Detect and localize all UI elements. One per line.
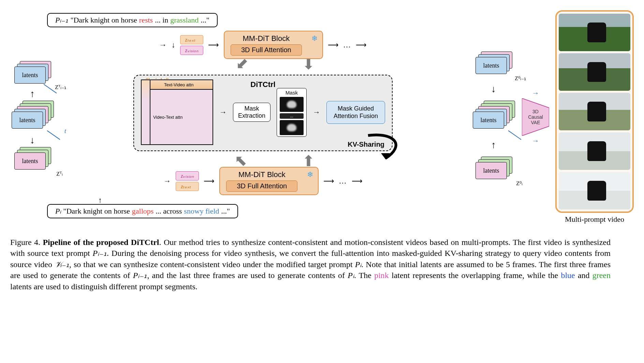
right-arrow-icon: ⟶ xyxy=(323,177,334,186)
up-arrow-icon: ↑ xyxy=(491,140,496,150)
mask-thumb xyxy=(280,120,304,135)
right-arrow-icon: → xyxy=(163,177,171,186)
mmdit-inner: 3D Full Attention xyxy=(226,180,297,192)
vae-shape: 3D Causal VAE xyxy=(522,98,549,136)
latent-stack-bot-right: latents Z⁰ᵢ xyxy=(475,157,512,183)
z-label-top-right: Z⁰ᵢ₋₁ xyxy=(515,75,526,82)
svg-marker-0 xyxy=(381,153,390,159)
right-arrow-icon: → xyxy=(219,108,227,117)
center-column: Pᵢ₋₁ "Dark knight on horse rests ... in … xyxy=(61,13,465,221)
down-arrow-icon: ↓ xyxy=(172,41,175,49)
latent-stack-bot-left: latents Zᵀᵢ xyxy=(14,147,51,173)
down-arrow-icon: ↓ xyxy=(30,135,35,145)
left-latents-column: latents Zᵀᵢ₋₁ ↑ latents t ↓ latents Zᵀᵢ xyxy=(10,61,55,173)
mmdit-block-top: ❄ MM-DiT Block 3D Full Attention xyxy=(224,31,323,59)
video-frame xyxy=(559,172,630,209)
right-arrow-icon: → xyxy=(159,41,167,49)
text-video-attn-label: Text-Video attn xyxy=(150,80,213,89)
right-arrow-icon: ⟶ xyxy=(352,177,363,186)
video-strip xyxy=(555,10,634,213)
right-arrow-icon: → xyxy=(313,108,320,117)
video-text-attn-label: Video-Text attn xyxy=(150,89,213,145)
down-arrow-icon: ↓ xyxy=(491,84,496,94)
prompt-tag: Pᵢ xyxy=(55,207,61,216)
mask-label: Mask xyxy=(286,90,298,96)
prompt-word-grassland: grassland xyxy=(170,16,199,25)
figure-diagram: latents Zᵀᵢ₋₁ ↑ latents t ↓ latents Zᵀᵢ xyxy=(10,10,634,224)
caption-pink: pink xyxy=(374,271,389,280)
output-column: Multi-prompt video xyxy=(555,10,634,224)
prompt-word-gallops: gallops xyxy=(132,207,154,216)
prompt-tag: Pᵢ₋₁ xyxy=(55,16,68,25)
mask-thumb xyxy=(280,97,304,112)
mmdit-inner: 3D Full Attention xyxy=(231,44,302,56)
ditctrl-box: "knight" DiTCtrl Text-Video attn Video-T… xyxy=(133,75,393,151)
kv-sharing-label: KV-Sharing xyxy=(348,141,384,148)
video-frame xyxy=(559,132,630,170)
snowflake-icon: ❄ xyxy=(311,34,318,43)
video-frame xyxy=(559,53,630,91)
figure-caption: Figure 4. Pipeline of the proposed DiTCt… xyxy=(10,237,611,292)
z-text-chip: zₜₑₓₜ xyxy=(180,35,203,44)
right-arrow-icon: ⟶ xyxy=(204,177,215,186)
z-text-chip: zₜₑₓₜ xyxy=(176,182,199,191)
snowflake-icon: ❄ xyxy=(307,170,313,179)
ellipsis-icon: ... xyxy=(280,113,304,119)
caption-bold: Pipeline of the proposed DiTCtrl xyxy=(43,238,159,247)
prompt-word-snowy: snowy field xyxy=(184,207,219,216)
latent-stack-top-left: latents Zᵀᵢ₋₁ xyxy=(14,61,51,87)
right-arrow-icon: ⟶ xyxy=(328,41,339,49)
strip-caption: Multi-prompt video xyxy=(555,215,634,224)
video-frame xyxy=(559,14,630,51)
up-arrow-icon: ↑ xyxy=(98,197,102,204)
latent-stack-top-right: latents Z⁰ᵢ₋₁ xyxy=(475,52,512,77)
mmdit-block-bot: ❄ MM-DiT Block 3D Full Attention xyxy=(219,167,319,195)
prompt-bot: Pᵢ "Dark knight on horse gallops ... acr… xyxy=(47,204,238,218)
up-arrow-icon: ↑ xyxy=(30,89,35,99)
latent-card: latents xyxy=(475,162,507,179)
latent-card: latents xyxy=(14,67,46,84)
z-vision-chip: zᵥᵢₛᵢₒₙ xyxy=(176,171,199,180)
vae-block: → 3D Causal VAE → xyxy=(522,89,549,145)
z-chips-bot: zᵥᵢₛᵢₒₙ zₜₑₓₜ xyxy=(176,171,199,191)
ellipsis-icon: ... xyxy=(343,41,351,49)
z-vision-chip: zᵥᵢₛᵢₒₙ xyxy=(180,46,203,55)
ellipsis-icon: ... xyxy=(339,177,347,186)
prompt-word-rests: rests xyxy=(139,16,153,25)
vae-label: 3D Causal VAE xyxy=(522,98,549,136)
latent-stack-mid-left: latents t xyxy=(10,101,55,133)
mask-extraction-box: Mask Extraction xyxy=(233,103,270,122)
row-top-path: → ↓ zₜₑₓₜ zᵥᵢₛᵢₒₙ ⟶ ❄ MM-DiT Block 3D Fu… xyxy=(159,31,367,59)
thick-arrow-icon: ⬇ xyxy=(302,57,315,72)
mmdit-title: MM-DiT Block xyxy=(226,170,297,179)
z-chips-top: zₜₑₓₜ zᵥᵢₛᵢₒₙ xyxy=(180,35,203,55)
right-arrow-icon: ⟶ xyxy=(356,41,367,49)
caption-blue: blue xyxy=(561,271,575,280)
latent-card: latents xyxy=(473,112,504,129)
figure-wrap: latents Zᵀᵢ₋₁ ↑ latents t ↓ latents Zᵀᵢ xyxy=(10,10,634,292)
fusion-box: Mask Guided Attention Fusion xyxy=(326,101,385,124)
latent-card: latents xyxy=(14,153,46,170)
ditctrl-title: DiTCtrl xyxy=(250,80,275,89)
mask-column: Mask ... xyxy=(277,88,307,137)
caption-green: green xyxy=(592,271,611,280)
right-arrow-icon: → xyxy=(532,136,539,145)
attention-map: Text-Video attn Video-Text attn xyxy=(141,79,213,145)
right-arrow-icon: ⟶ xyxy=(208,41,219,49)
mmdit-title: MM-DiT Block xyxy=(231,34,302,43)
prompt-top: Pᵢ₋₁ "Dark knight on horse rests ... in … xyxy=(47,13,218,27)
latent-card: latents xyxy=(475,57,507,74)
right-arrow-icon: → xyxy=(532,89,539,98)
latent-card: latents xyxy=(12,112,43,129)
video-frame xyxy=(559,93,630,130)
z-label-bot-right: Z⁰ᵢ xyxy=(516,180,523,187)
latent-stack-mid-right: latents t xyxy=(471,101,516,133)
right-latents-column: latents Z⁰ᵢ₋₁ ↓ latents t ↑ latents Z⁰ᵢ xyxy=(471,52,516,183)
row-bot-path: → zᵥᵢₛᵢₒₙ zₜₑₓₜ ⟶ ❄ MM-DiT Block 3D Full… xyxy=(163,167,362,195)
